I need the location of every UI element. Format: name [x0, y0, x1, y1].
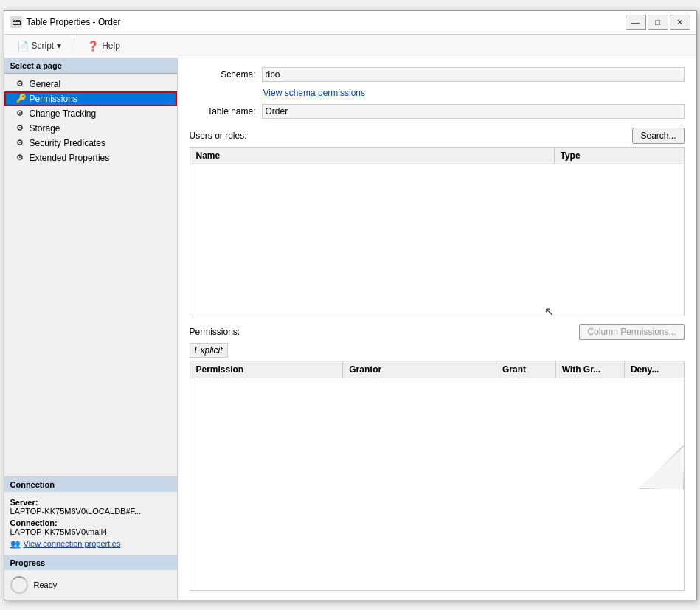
connection-link-icon: 👥 — [10, 539, 21, 549]
script-label: Script — [32, 41, 55, 51]
users-roles-label: Users or roles: — [190, 131, 247, 141]
help-label: Help — [102, 41, 120, 51]
permissions-icon: 🔑 — [16, 94, 27, 103]
connection-label: Connection: — [10, 519, 58, 527]
sidebar-item-extended-properties[interactable]: ⚙ Extended Properties — [4, 150, 177, 165]
general-icon: ⚙ — [16, 79, 27, 89]
sidebar-item-general[interactable]: ⚙ General — [4, 77, 177, 91]
sidebar-item-storage-label: Storage — [30, 123, 60, 134]
schema-row: Schema: dbo — [190, 67, 685, 82]
close-button[interactable]: ✕ — [670, 15, 690, 30]
server-value: LAPTOP-KK75M6V0\LOCALDB#F... — [10, 507, 142, 516]
permissions-section: Permissions: Column Permissions... Expli… — [190, 324, 685, 591]
perms-table-body — [190, 378, 684, 489]
users-table-header: Name Type — [190, 148, 684, 164]
sidebar-item-storage[interactable]: ⚙ Storage — [4, 121, 177, 136]
view-connection-link[interactable]: 👥 View connection properties — [10, 539, 171, 549]
sidebar-item-security-predicates[interactable]: ⚙ Security Predicates — [4, 136, 177, 150]
progress-header: Progress — [4, 555, 177, 570]
page-curl — [640, 445, 684, 489]
progress-body: Ready — [4, 570, 177, 600]
minimize-button[interactable]: — — [626, 15, 646, 30]
window-controls: — □ ✕ — [626, 15, 690, 30]
search-button[interactable]: Search... — [632, 128, 684, 144]
users-table: Name Type ↖ — [190, 147, 685, 316]
select-page-header: Select a page — [4, 58, 177, 74]
sidebar-nav: ⚙ General 🔑 Permissions ⚙ Change Trackin… — [4, 74, 177, 476]
table-name-row: Table name: Order — [190, 104, 685, 119]
progress-status: Ready — [34, 580, 58, 589]
view-connection-label: View connection properties — [24, 539, 121, 548]
security-predicates-icon: ⚙ — [16, 138, 27, 148]
sidebar-item-change-tracking[interactable]: ⚙ Change Tracking — [4, 106, 177, 121]
maximize-button[interactable]: □ — [648, 15, 668, 30]
explicit-tab[interactable]: Explicit — [190, 343, 228, 358]
script-button[interactable]: 📄 Script ▾ — [10, 38, 69, 55]
cursor-indicator: ↖ — [544, 305, 554, 316]
title-bar: 🗃 Table Properties - Order — □ ✕ — [4, 11, 696, 35]
progress-spinner — [10, 576, 28, 594]
progress-section: Progress Ready — [4, 555, 177, 600]
type-column-header: Type — [555, 148, 684, 164]
connection-row: Connection: LAPTOP-KK75M6V0\mail4 — [10, 519, 171, 536]
permission-col-header: Permission — [190, 361, 344, 378]
script-icon: 📄 — [17, 41, 29, 52]
sidebar: Select a page ⚙ General 🔑 Permissions ⚙ … — [4, 58, 178, 600]
script-dropdown-icon: ▾ — [57, 41, 61, 51]
help-icon: ❓ — [87, 41, 99, 52]
connection-body: Server: LAPTOP-KK75M6V0\LOCALDB#F... Con… — [4, 492, 177, 555]
server-label: Server: — [10, 498, 38, 507]
grant-col-header: Grant — [496, 361, 556, 378]
schema-value: dbo — [262, 67, 685, 82]
permissions-table: Permission Grantor Grant With Gr... Deny… — [190, 361, 685, 591]
change-tracking-icon: ⚙ — [16, 108, 27, 118]
perms-table-header: Permission Grantor Grant With Gr... Deny… — [190, 361, 684, 378]
connection-value: LAPTOP-KK75M6V0\mail4 — [10, 527, 108, 536]
with-grant-col-header: With Gr... — [556, 361, 625, 378]
content-area: Schema: dbo View schema permissions Tabl… — [178, 58, 696, 600]
schema-label: Schema: — [190, 69, 256, 80]
column-permissions-button[interactable]: Column Permissions... — [579, 324, 684, 340]
users-roles-section: Users or roles: Search... Name Type ↖ — [190, 128, 685, 316]
sidebar-item-security-predicates-label: Security Predicates — [30, 138, 105, 148]
main-window: 🗃 Table Properties - Order — □ ✕ 📄 Scrip… — [4, 10, 697, 600]
permissions-label: Permissions: — [190, 327, 240, 337]
toolbar: 📄 Script ▾ ❓ Help — [4, 35, 696, 58]
storage-icon: ⚙ — [16, 123, 27, 133]
sidebar-item-permissions-label: Permissions — [30, 94, 77, 104]
sidebar-item-change-tracking-label: Change Tracking — [30, 108, 97, 119]
extended-properties-icon: ⚙ — [16, 153, 27, 162]
help-button[interactable]: ❓ Help — [80, 38, 127, 55]
view-schema-link[interactable]: View schema permissions — [263, 88, 685, 98]
sidebar-item-permissions[interactable]: 🔑 Permissions — [4, 91, 177, 106]
sidebar-item-extended-properties-label: Extended Properties — [30, 153, 110, 163]
permissions-header-row: Permissions: Column Permissions... — [190, 324, 685, 340]
table-name-value: Order — [262, 104, 685, 119]
window-icon: 🗃 — [10, 16, 22, 28]
connection-header: Connection — [4, 477, 177, 492]
connection-section: Connection Server: LAPTOP-KK75M6V0\LOCAL… — [4, 476, 177, 555]
deny-col-header: Deny... — [625, 361, 684, 378]
users-roles-header-row: Users or roles: Search... — [190, 128, 685, 144]
table-name-label: Table name: — [190, 106, 256, 117]
grantor-col-header: Grantor — [343, 361, 496, 378]
toolbar-separator — [74, 38, 74, 53]
server-row: Server: LAPTOP-KK75M6V0\LOCALDB#F... — [10, 498, 171, 516]
name-column-header: Name — [190, 148, 555, 164]
users-table-body: ↖ — [190, 164, 684, 312]
sidebar-item-general-label: General — [30, 79, 61, 89]
window-title: Table Properties - Order — [27, 17, 626, 27]
main-content: Select a page ⚙ General 🔑 Permissions ⚙ … — [4, 58, 696, 600]
